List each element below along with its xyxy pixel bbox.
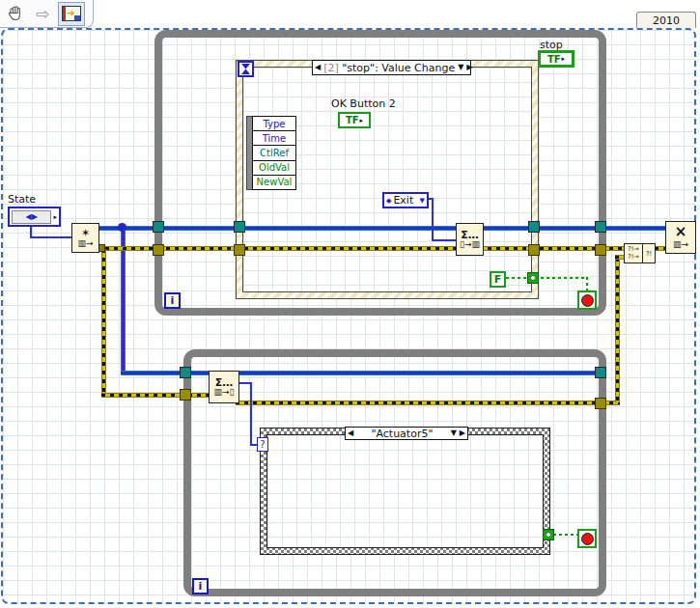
case-selector-terminal[interactable]: ? bbox=[257, 437, 268, 452]
event-data-field: Time bbox=[253, 131, 295, 146]
iteration-terminal-bottom[interactable]: i bbox=[192, 578, 209, 594]
stop-boolean-terminal[interactable]: TF ▸ bbox=[538, 50, 574, 68]
release-queue-glyph-top: × bbox=[675, 225, 687, 240]
tunnel-error-event-left[interactable] bbox=[234, 244, 245, 256]
ok-button-label: OK Button 2 bbox=[331, 97, 396, 110]
exit-enum-constant[interactable]: ◆ Exit ▼ bbox=[382, 192, 429, 208]
obtain-queue-node[interactable]: ✶ ▥→ bbox=[71, 223, 99, 253]
event-data-field: NewVal bbox=[253, 176, 295, 189]
obtain-queue-glyph-top: ✶ bbox=[81, 228, 90, 239]
queue-wire-bottom-loop bbox=[236, 371, 597, 375]
event-data-field: Type bbox=[253, 117, 295, 131]
dequeue-element-node[interactable]: Σ… ▥→▯ bbox=[209, 371, 239, 403]
enqueue-element-node[interactable]: Σ… ▯→▥ bbox=[456, 223, 484, 256]
case-structure-selector-label[interactable]: ◀ "Actuator5" ▼ ▶ bbox=[345, 427, 468, 440]
stop-label: stop bbox=[540, 39, 563, 51]
release-queue-node[interactable]: × ▥→ bbox=[665, 221, 696, 254]
stop-sign-icon bbox=[581, 294, 594, 307]
queue-wire-junction bbox=[118, 223, 126, 232]
ok-tf-glyph: TF bbox=[346, 115, 359, 125]
tunnel-queue-bottom-loop-right[interactable] bbox=[595, 367, 606, 378]
event-prev-arrow[interactable]: ◀ bbox=[315, 64, 321, 71]
event-data-node[interactable]: Type Time CtlRef OldVal NewVal bbox=[252, 116, 296, 190]
event-case-name: [2] "stop": Value Change bbox=[323, 62, 455, 74]
enum-glyph: ◆ bbox=[386, 197, 391, 205]
error-wire-into-bottom-loop bbox=[101, 393, 222, 398]
ok-nub: ▸ bbox=[360, 117, 364, 124]
event-next-arrow[interactable]: ▶ bbox=[466, 64, 472, 71]
tunnel-error-event-right[interactable] bbox=[528, 244, 540, 256]
event-case-index: [2] bbox=[323, 62, 339, 74]
state-control-terminal[interactable]: ◀▶ ▸ bbox=[8, 207, 61, 227]
queue-wire-into-bottom-loop bbox=[121, 371, 212, 375]
state-output-nub: ▸ bbox=[53, 213, 57, 221]
iteration-terminal-top[interactable]: i bbox=[164, 292, 181, 309]
tunnel-error-loop-right[interactable] bbox=[595, 244, 606, 256]
state-wire-h bbox=[30, 236, 73, 238]
labview-version-tab: 2010 bbox=[636, 12, 696, 28]
error-wire-branch-down bbox=[101, 249, 106, 396]
merge-errors-out: ?! bbox=[643, 244, 655, 263]
error-wire-up-to-merge bbox=[615, 258, 620, 402]
case-dropdown-icon[interactable]: ▼ bbox=[451, 429, 457, 437]
state-label: State bbox=[8, 193, 36, 206]
event-structure-selector-label[interactable]: ◀ [2] "stop": Value Change ▼ ▶ bbox=[312, 60, 471, 75]
tunnel-error-bottom-loop-right[interactable] bbox=[595, 398, 606, 409]
snippet-film-bar bbox=[63, 7, 66, 20]
pan-hand-icon[interactable] bbox=[4, 3, 27, 24]
state-enum-glyph: ◀▶ bbox=[12, 210, 51, 224]
loop-condition-terminal-bottom[interactable] bbox=[577, 529, 597, 548]
tunnel-queue-loop-right[interactable] bbox=[595, 221, 606, 233]
case-structure bbox=[260, 428, 550, 555]
stop-sign-icon bbox=[581, 533, 594, 545]
tunnel-queue-loop-left[interactable] bbox=[153, 221, 164, 233]
event-data-field: CtlRef bbox=[253, 146, 295, 160]
dequeue-out-wire-v bbox=[250, 382, 252, 446]
event-case-title: "stop": Value Change bbox=[342, 62, 455, 74]
exit-enum-value: Exit bbox=[393, 194, 417, 207]
case-prev-arrow[interactable]: ◀ bbox=[348, 429, 353, 437]
boolean-wire-case-to-stop bbox=[553, 534, 579, 536]
merge-errors-inputs: ?!→ ?!→ bbox=[625, 244, 643, 263]
obtain-queue-glyph-bottom: ▥→ bbox=[77, 239, 93, 248]
tunnel-boolean-event-right[interactable] bbox=[527, 272, 539, 284]
tunnel-boolean-case-right[interactable] bbox=[543, 529, 554, 540]
tunnel-queue-event-left[interactable] bbox=[234, 221, 245, 233]
hourglass-icon bbox=[241, 64, 250, 74]
event-data-field: OldVal bbox=[253, 161, 295, 176]
release-queue-glyph-bottom: ▥→ bbox=[673, 240, 688, 249]
queue-wire-main bbox=[97, 226, 670, 231]
forward-arrow-icon[interactable]: ⇨ bbox=[31, 3, 54, 24]
case-title: "Actuator5" bbox=[356, 428, 448, 440]
tunnel-queue-event-right[interactable] bbox=[528, 221, 540, 233]
case-structure-frame bbox=[266, 434, 544, 548]
stop-tf-glyph: TF bbox=[547, 54, 561, 65]
vi-snippet-glyph: ➔ bbox=[62, 6, 81, 21]
false-constant[interactable]: F bbox=[490, 271, 506, 288]
ok-button-terminal[interactable]: TF ▸ bbox=[338, 112, 371, 128]
enum-dropdown-icon[interactable]: ▼ bbox=[420, 197, 425, 205]
loop-condition-terminal-top[interactable] bbox=[577, 290, 597, 310]
snippet-toolbar: ⇨ ➔ bbox=[0, 0, 94, 28]
error-wire-bottom-loop-out bbox=[236, 401, 620, 405]
vi-snippet-icon[interactable]: ➔ bbox=[58, 2, 85, 26]
error-wire-main bbox=[97, 246, 626, 251]
tunnel-queue-bottom-loop-left[interactable] bbox=[180, 367, 191, 378]
enqueue-glyph-bottom: ▯→▥ bbox=[460, 240, 480, 249]
boolean-wire-false-const bbox=[506, 277, 588, 279]
stop-nub: ▸ bbox=[562, 55, 566, 63]
dequeue-glyph-bottom: ▥→▯ bbox=[214, 388, 235, 397]
event-dropdown-icon[interactable]: ▼ bbox=[458, 64, 463, 71]
exit-wire-v bbox=[432, 198, 434, 241]
tunnel-error-bottom-loop-left[interactable] bbox=[180, 389, 191, 401]
event-timeout-terminal[interactable] bbox=[238, 61, 254, 77]
merge-errors-in2: ?!→ bbox=[625, 254, 642, 262]
tunnel-error-loop-left[interactable] bbox=[153, 244, 164, 256]
case-next-arrow[interactable]: ▶ bbox=[460, 429, 465, 437]
merge-errors-node[interactable]: ?!→ ?!→ ?! bbox=[624, 243, 656, 263]
snippet-block bbox=[74, 15, 80, 20]
